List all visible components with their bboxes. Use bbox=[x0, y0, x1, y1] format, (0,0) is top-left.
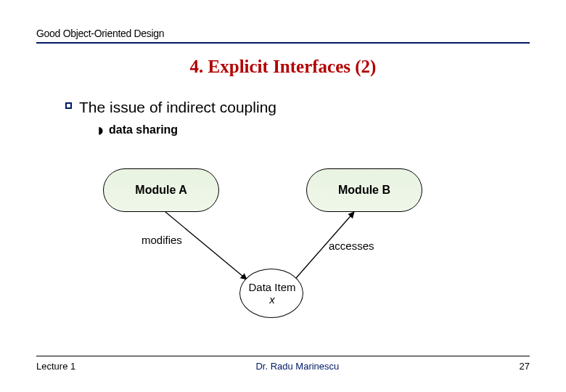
diagram: Module A Module B modifies accesses Data… bbox=[36, 152, 530, 327]
footer-rule bbox=[36, 356, 530, 356]
data-item-circle: Data Item x bbox=[239, 269, 303, 318]
modifies-label: modifies bbox=[142, 234, 182, 246]
square-bullet-icon bbox=[65, 102, 72, 109]
bullet-sub: ◗ data sharing bbox=[98, 123, 178, 136]
bullet-main-text: The issue of indirect coupling bbox=[79, 99, 276, 116]
module-a-box: Module A bbox=[103, 168, 219, 212]
bullet-main: The issue of indirect coupling bbox=[65, 99, 276, 116]
footer-left: Lecture 1 bbox=[36, 361, 75, 372]
data-item-line1: Data Item bbox=[248, 281, 295, 293]
module-b-label: Module B bbox=[338, 184, 390, 197]
bullet-sub-text: data sharing bbox=[109, 123, 178, 136]
data-item-line2: x bbox=[269, 293, 275, 306]
header-rule bbox=[36, 42, 530, 44]
footer-center: Dr. Radu Marinescu bbox=[75, 361, 519, 372]
footer-right: 27 bbox=[520, 361, 530, 372]
footer: Lecture 1 Dr. Radu Marinescu 27 bbox=[36, 356, 530, 372]
slide-title: 4. Explicit Interfaces (2) bbox=[0, 57, 566, 77]
accesses-label: accesses bbox=[329, 240, 374, 252]
module-b-box: Module B bbox=[306, 168, 422, 212]
header-label: Good Object-Oriented Design bbox=[36, 28, 530, 39]
module-a-label: Module A bbox=[135, 184, 186, 197]
arrow-bullet-icon: ◗ bbox=[98, 124, 103, 136]
